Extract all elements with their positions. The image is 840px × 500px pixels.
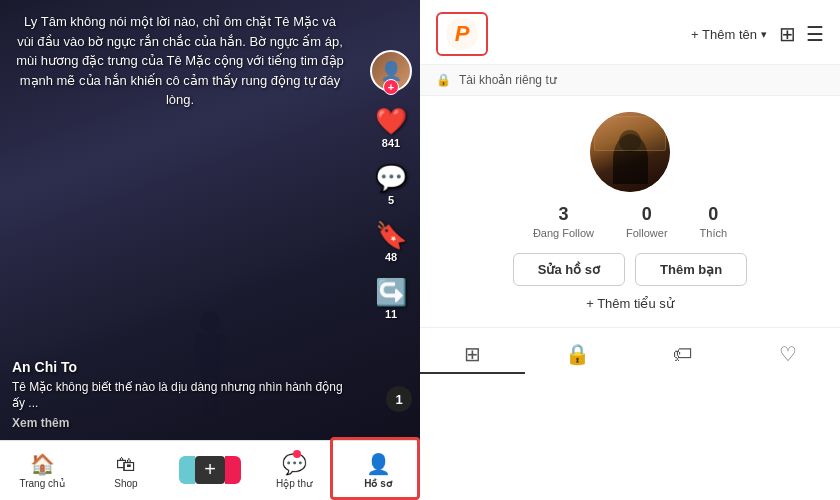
bookmark-icon: 🔖 xyxy=(375,222,407,248)
grid-tab-icon: ⊞ xyxy=(464,342,481,366)
like-count: 841 xyxy=(382,137,400,149)
tab-tag[interactable]: 🏷 xyxy=(630,336,735,374)
follower-label: Follower xyxy=(626,227,668,239)
follower-stat[interactable]: 0 Follower xyxy=(626,204,668,239)
video-caption-text: Ly Tâm không nói một lời nào, chỉ ôm chặ… xyxy=(0,0,360,122)
comment-icon: 💬 xyxy=(375,165,407,191)
profile-section: 3 Đang Follow 0 Follower 0 Thích Sửa hồ … xyxy=(420,96,840,327)
nav-ho-so[interactable]: 👤 Hồ sơ xyxy=(336,452,420,489)
tab-lock[interactable]: 🔒 xyxy=(525,336,630,374)
dang-follow-stat[interactable]: 3 Đang Follow xyxy=(533,204,594,239)
profile-icon: 👤 xyxy=(366,452,391,476)
share-count: 11 xyxy=(385,308,397,320)
nav-trang-chu[interactable]: 🏠 Trang chủ xyxy=(0,452,84,489)
shop-icon: 🛍 xyxy=(116,453,136,476)
profile-avatar xyxy=(590,112,670,192)
creator-avatar[interactable]: 👤 + xyxy=(370,50,412,92)
header-actions: + Thêm tên ▾ ⊞ ☰ xyxy=(691,22,824,46)
sua-ho-so-button[interactable]: Sửa hồ sơ xyxy=(513,253,625,286)
action-buttons-panel: 👤 + ❤️ 841 💬 5 🔖 48 ↪️ 11 xyxy=(370,50,412,320)
profile-tabs: ⊞ 🔒 🏷 ♡ xyxy=(420,327,840,378)
share-action[interactable]: ↪️ 11 xyxy=(375,279,407,320)
bookmark-action[interactable]: 🔖 48 xyxy=(375,222,407,263)
nav-hop-thu-label: Hộp thư xyxy=(276,478,312,489)
logo-box: P xyxy=(436,12,488,56)
profile-action-buttons: Sửa hồ sơ Thêm bạn xyxy=(513,253,747,286)
follow-plus-badge[interactable]: + xyxy=(383,79,399,95)
nav-shop[interactable]: 🛍 Shop xyxy=(84,453,168,489)
tag-tab-icon: 🏷 xyxy=(673,343,693,366)
nav-trang-chu-label: Trang chủ xyxy=(19,478,64,489)
thich-count: 0 xyxy=(708,204,718,225)
profile-logo: P xyxy=(446,18,478,50)
video-caption: Tê Mặc không biết thế nào là dịu dàng nh… xyxy=(12,379,350,432)
nav-create[interactable]: + xyxy=(168,456,252,486)
private-notice-text: Tài khoản riêng tư xyxy=(459,73,557,87)
video-username: An Chi To xyxy=(12,359,350,375)
nav-ho-so-label: Hồ sơ xyxy=(364,478,392,489)
them-ten-button[interactable]: + Thêm tên ▾ xyxy=(691,27,767,42)
comment-count: 5 xyxy=(388,194,394,206)
dang-follow-label: Đang Follow xyxy=(533,227,594,239)
inbox-icon: 💬 xyxy=(282,452,307,476)
heart-tab-icon: ♡ xyxy=(779,342,797,366)
private-notice: 🔒 Tài khoản riêng tư xyxy=(420,65,840,96)
lock-icon: 🔒 xyxy=(436,73,451,87)
qr-icon[interactable]: ⊞ xyxy=(779,22,796,46)
nav-hop-thu[interactable]: 💬 Hộp thư xyxy=(252,452,336,489)
bottom-navigation: 🏠 Trang chủ 🛍 Shop + 💬 Hộp thư 👤 xyxy=(0,440,420,500)
svg-point-0 xyxy=(200,311,220,333)
video-info: An Chi To Tê Mặc không biết thế nào là d… xyxy=(12,359,350,432)
thich-stat[interactable]: 0 Thích xyxy=(700,204,728,239)
them-ten-label: + Thêm tên xyxy=(691,27,757,42)
share-icon: ↪️ xyxy=(375,279,407,305)
xem-them-button[interactable]: Xem thêm xyxy=(12,415,69,432)
bookmark-count: 48 xyxy=(385,251,397,263)
heart-icon: ❤️ xyxy=(375,108,407,134)
nav-shop-label: Shop xyxy=(114,478,137,489)
them-ban-button[interactable]: Thêm bạn xyxy=(635,253,747,286)
like-action[interactable]: ❤️ 841 xyxy=(375,108,407,149)
avatar-image xyxy=(590,112,670,192)
step-1-badge: 1 xyxy=(386,386,412,412)
follower-count: 0 xyxy=(642,204,652,225)
dang-follow-count: 3 xyxy=(558,204,568,225)
lock-tab-icon: 🔒 xyxy=(565,342,590,366)
tab-grid[interactable]: ⊞ xyxy=(420,336,525,374)
right-panel: P + Thêm tên ▾ ⊞ ☰ 2 🔒 Tài khoản riêng t… xyxy=(420,0,840,500)
tab-heart[interactable]: ♡ xyxy=(735,336,840,374)
left-panel: Ly Tâm không nói một lời nào, chỉ ôm chặ… xyxy=(0,0,420,500)
stats-row: 3 Đang Follow 0 Follower 0 Thích xyxy=(533,204,727,239)
home-icon: 🏠 xyxy=(30,452,55,476)
them-tieu-su-button[interactable]: + Thêm tiểu sử xyxy=(586,296,674,311)
comment-action[interactable]: 💬 5 xyxy=(375,165,407,206)
dropdown-icon: ▾ xyxy=(761,28,767,41)
profile-header: P + Thêm tên ▾ ⊞ ☰ xyxy=(420,0,840,65)
notification-dot xyxy=(293,450,301,458)
thich-label: Thích xyxy=(700,227,728,239)
menu-icon[interactable]: ☰ xyxy=(806,22,824,46)
header-icons: ⊞ ☰ xyxy=(779,22,824,46)
